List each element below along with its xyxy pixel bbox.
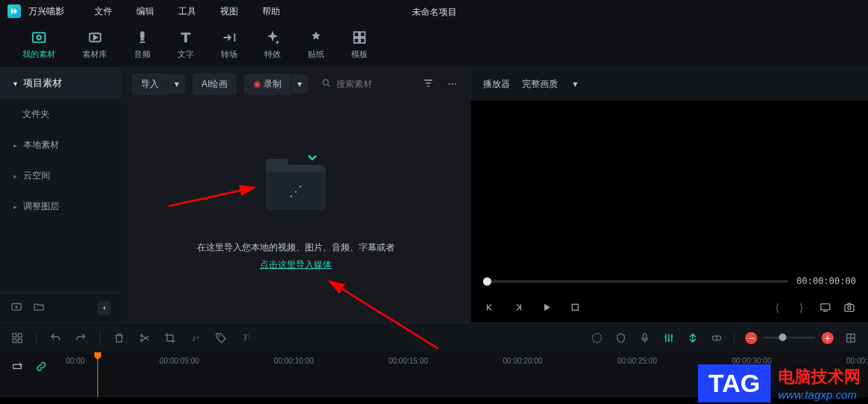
chevron-down-icon: ▾: [13, 79, 17, 88]
tab-label: 模板: [351, 49, 368, 60]
search-input[interactable]: [336, 79, 396, 89]
playhead[interactable]: [97, 352, 98, 397]
audio-detach-button[interactable]: ♪+: [189, 331, 202, 345]
record-dropdown-button[interactable]: ▾: [291, 74, 308, 94]
record-icon: ◉: [253, 79, 261, 89]
menu-help[interactable]: 帮助: [262, 5, 280, 18]
menu-tools[interactable]: 工具: [178, 5, 196, 18]
svg-point-21: [592, 334, 601, 343]
record-label: 录制: [264, 78, 282, 91]
sidebar-item-label: 本地素材: [23, 139, 59, 151]
sidebar: ▾ 项目素材 文件夹 ▸ 本地素材 ▸ 云空间 ▸ 调整图层: [0, 67, 121, 322]
svg-rect-10: [572, 304, 578, 310]
tab-templates[interactable]: 模板: [351, 29, 368, 60]
next-frame-button[interactable]: [512, 301, 525, 314]
sidebar-item-adjust[interactable]: ▸ 调整图层: [0, 191, 121, 222]
svg-rect-0: [33, 33, 46, 43]
stop-button[interactable]: [568, 301, 582, 314]
tab-media-lib[interactable]: 素材库: [82, 29, 107, 60]
tab-text[interactable]: 文字: [177, 29, 194, 60]
play-button[interactable]: [540, 301, 553, 314]
sidebar-header-project-media[interactable]: ▾ 项目素材: [0, 67, 121, 99]
sidebar-item-local[interactable]: ▸ 本地素材: [0, 130, 121, 160]
render-button[interactable]: [590, 331, 604, 345]
quality-label: 完整画质: [522, 78, 558, 91]
mixer-button[interactable]: [662, 331, 676, 345]
layout-icon[interactable]: [10, 331, 24, 345]
snapshot-button[interactable]: [843, 301, 856, 314]
tab-label: 我的素材: [22, 49, 55, 60]
folder-logo-icon: ⋰: [289, 183, 303, 199]
tab-stickers[interactable]: 贴纸: [308, 29, 324, 60]
sidebar-item-folder[interactable]: 文件夹: [0, 99, 121, 130]
tab-transition[interactable]: 转场: [221, 29, 237, 60]
import-link[interactable]: 点击这里导入媒体: [260, 259, 332, 271]
redo-button[interactable]: [74, 331, 88, 345]
import-button[interactable]: 导入: [132, 73, 168, 95]
transition-icon: [221, 29, 237, 46]
track-link-icon[interactable]: [34, 360, 48, 373]
undo-button[interactable]: [49, 331, 62, 345]
text-tool-button[interactable]: T◦: [240, 331, 253, 345]
prev-frame-button[interactable]: [483, 301, 497, 314]
preview-canvas[interactable]: [471, 100, 868, 270]
import-drop-area[interactable]: ⋰ 在这里导入您本地的视频、图片、音频、字幕或者 点击这里导入媒体: [121, 100, 470, 322]
ai-draw-button[interactable]: AI绘画: [192, 73, 237, 95]
track-add-icon[interactable]: [10, 360, 24, 373]
content-panel: 导入 ▾ AI绘画 ◉ 录制 ▾ ⋯ ⋰ 在这里导入您本地的视频、图片、音频、字…: [121, 67, 470, 322]
folder-icon[interactable]: [33, 301, 45, 315]
split-button[interactable]: [138, 331, 151, 345]
scrub-track[interactable]: [483, 280, 788, 283]
more-icon[interactable]: ⋯: [445, 76, 460, 92]
app-logo-icon: [7, 4, 21, 18]
tab-label: 文字: [177, 49, 194, 60]
zoom-in-button[interactable]: +: [822, 332, 834, 344]
preview-panel: 播放器 完整画质 ▾ 00:00:00:00 { }: [470, 67, 868, 322]
filter-icon[interactable]: [419, 74, 437, 94]
marker-button[interactable]: [614, 331, 628, 345]
tab-audio[interactable]: 音频: [134, 29, 151, 60]
search-box: [315, 78, 412, 91]
timeline-track-header: [0, 352, 58, 397]
voiceover-button[interactable]: [638, 331, 652, 345]
chevron-down-icon: ▾: [174, 79, 179, 89]
mark-in-button[interactable]: {: [771, 301, 784, 314]
tab-label: 贴纸: [308, 49, 324, 60]
main-area: ▾ 项目素材 文件夹 ▸ 本地素材 ▸ 云空间 ▸ 调整图层 导入 ▾: [0, 67, 868, 322]
tab-my-media[interactable]: 我的素材: [22, 29, 55, 60]
record-button[interactable]: ◉ 录制: [244, 73, 291, 95]
folder-graphic: ⋰: [262, 151, 330, 211]
tab-effects[interactable]: 特效: [264, 29, 281, 60]
new-folder-icon[interactable]: [10, 301, 22, 315]
tab-label: 转场: [221, 49, 237, 60]
sidebar-item-cloud[interactable]: ▸ 云空间: [0, 160, 121, 191]
tag-button[interactable]: [214, 331, 228, 345]
sidebar-footer: [0, 292, 121, 322]
zoom-track[interactable]: [763, 337, 816, 339]
snap-button[interactable]: [686, 331, 699, 345]
scrub-handle[interactable]: [483, 277, 491, 286]
crop-button[interactable]: [163, 331, 177, 345]
svg-rect-4: [354, 32, 359, 37]
ai-draw-label: AI绘画: [201, 78, 228, 91]
import-dropdown-button[interactable]: ▾: [169, 74, 185, 94]
mark-out-button[interactable]: }: [795, 301, 808, 314]
collapse-sidebar-button[interactable]: [97, 301, 111, 315]
svg-rect-15: [18, 334, 22, 337]
stickers-icon: [308, 29, 324, 46]
caret-right-icon: ▸: [13, 203, 17, 211]
menu-view[interactable]: 视图: [220, 5, 238, 18]
delete-button[interactable]: [112, 331, 126, 345]
display-icon[interactable]: [819, 301, 832, 314]
menu-file[interactable]: 文件: [94, 5, 112, 18]
zoom-fit-button[interactable]: [844, 331, 858, 345]
menu-edit[interactable]: 编辑: [136, 5, 154, 18]
zoom-out-button[interactable]: −: [745, 332, 757, 344]
svg-point-20: [219, 335, 219, 336]
zoom-handle[interactable]: [779, 334, 786, 341]
quality-select[interactable]: 完整画质 ▾: [522, 78, 577, 91]
record-button-group: ◉ 录制 ▾: [244, 73, 308, 95]
tab-label: 素材库: [82, 49, 107, 60]
link-button[interactable]: [710, 331, 723, 345]
preview-controls: { }: [471, 292, 868, 322]
